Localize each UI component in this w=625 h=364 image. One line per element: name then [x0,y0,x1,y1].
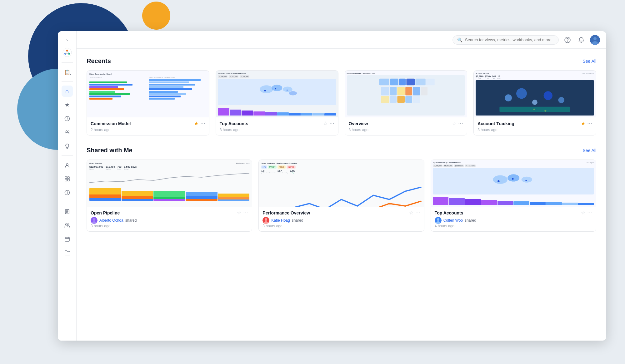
overview-time: 3 hours ago [349,128,463,132]
svg-rect-63 [381,96,389,103]
svg-point-71 [544,91,552,100]
top-accounts-shared-star[interactable]: ☆ [581,210,585,216]
svg-rect-55 [415,79,425,86]
svg-line-24 [67,51,69,54]
perf-overview-shared: Katie Hoag shared [262,217,420,224]
perf-overview-star[interactable]: ☆ [409,210,413,216]
account-tracking-star[interactable]: ★ [581,121,585,126]
svg-point-86 [512,178,513,180]
svg-point-47 [289,91,297,96]
sidebar: › 📋 ▾ ⌂ ★ [58,31,77,341]
user-avatar[interactable] [590,35,600,45]
sidebar-expand-button[interactable]: › [63,36,71,44]
shared-section-header: Shared with Me See All [87,147,596,154]
svg-point-85 [498,180,499,182]
overview-footer: Overview ☆ ⋯ 3 hours ago [345,117,467,135]
sidebar-info-icon[interactable] [62,187,73,198]
top-accounts-recent-star[interactable]: ☆ [323,121,328,126]
top-accounts-shared-thumbnail: Top 20 Accounts by Expected Amount Ella … [431,160,596,207]
svg-point-46 [283,87,292,92]
recents-grid: Sales Commission Model Total Commission [87,70,596,135]
search-input[interactable] [465,37,554,42]
svg-point-19 [63,48,72,57]
bg-circle-orange [142,2,170,30]
sidebar-profile-icon[interactable] [62,160,73,171]
svg-point-37 [67,224,69,225]
search-icon: 🔍 [457,37,462,42]
account-tracking-footer: Account Tracking ★ ⋯ 3 hours ago [474,117,596,135]
top-accounts-shared-shared: Colten Woo shared [435,217,592,224]
account-tracking-title: Account Tracking [478,121,514,126]
commission-more[interactable]: ⋯ [200,121,205,126]
commission-title: Commission Model [91,121,131,126]
perf-overview-time: 3 hours ago [262,224,420,228]
top-accounts-recent-more[interactable]: ⋯ [329,121,334,126]
sidebar-recents-icon[interactable] [62,113,73,124]
alberto-action: shared [125,218,137,223]
help-icon[interactable] [562,35,572,45]
recents-title: Recents [87,57,111,65]
colten-avatar [435,217,442,224]
header: 🔍 [77,31,606,49]
svg-point-28 [68,131,69,132]
perf-overview-card[interactable]: Sales Navigator | Performance Overview 6… [258,160,424,232]
search-bar[interactable]: 🔍 [452,35,559,45]
account-tracking-thumbnail: Account Tracking ∨ All Salespeople $3,27… [474,71,596,117]
svg-point-29 [66,164,68,165]
svg-point-49 [275,88,276,89]
sidebar-ideas-icon[interactable] [62,140,73,152]
perf-overview-more[interactable]: ⋯ [415,210,420,216]
sidebar-folder-icon[interactable] [62,247,73,258]
sidebar-workbook-dropdown[interactable]: 📋 ▾ [62,66,73,78]
svg-point-69 [516,88,527,99]
svg-rect-65 [397,96,405,103]
svg-point-78 [92,221,96,224]
svg-point-68 [505,94,512,101]
perf-overview-footer: Performance Overview ☆ ⋯ [259,207,424,231]
account-tracking-card[interactable]: Account Tracking ∨ All Salespeople $3,27… [473,70,596,135]
notifications-icon[interactable] [576,35,586,45]
top-accounts-shared-card[interactable]: Top 20 Accounts by Expected Amount Ella … [431,160,596,232]
top-accounts-recent-card[interactable]: Top 20 Accounts by Expected Amount $7,28… [216,70,338,135]
commission-time: 2 hours ago [91,128,205,132]
recents-see-all[interactable]: See All [582,59,596,64]
open-pipeline-more[interactable]: ⋯ [243,210,248,216]
open-pipeline-star[interactable]: ☆ [237,210,241,216]
svg-point-45 [272,85,282,91]
perf-overview-title: Performance Overview [262,210,310,215]
top-accounts-shared-title: Top Accounts [435,210,463,215]
recents-section-header: Recents See All [87,57,596,65]
sidebar-team-icon[interactable] [62,220,73,231]
sidebar-grid-icon[interactable] [62,173,73,184]
sidebar-divider-1 [62,62,73,63]
svg-point-44 [260,85,273,93]
overview-star[interactable]: ☆ [452,121,456,126]
sidebar-document-icon[interactable] [62,206,73,217]
svg-point-48 [264,90,266,91]
katie-action: shared [292,218,303,223]
svg-rect-30 [65,177,67,179]
commission-footer: Commission Model ★ ⋯ 2 hours ago [87,117,209,135]
shared-see-all[interactable]: See All [582,148,596,153]
svg-line-23 [65,51,67,54]
overview-thumbnail: Executive Overview - Profitability (v1) [345,71,467,117]
svg-point-50 [287,90,288,91]
app-window: › 📋 ▾ ⌂ ★ [58,31,606,341]
overview-card[interactable]: Executive Overview - Profitability (v1) [345,70,468,135]
svg-rect-32 [65,179,67,181]
account-tracking-more[interactable]: ⋯ [587,121,592,126]
sidebar-home-icon[interactable]: ⌂ [62,86,73,97]
commission-model-card[interactable]: Sales Commission Model Total Commission [87,70,209,135]
commission-star[interactable]: ★ [194,121,198,126]
svg-rect-57 [381,87,389,96]
svg-point-77 [93,218,95,221]
sidebar-favorites-icon[interactable]: ★ [62,99,73,111]
sidebar-users-icon[interactable] [62,127,73,138]
app-logo [62,47,72,57]
open-pipeline-footer: Open Pipeline ☆ ⋯ [87,207,252,231]
overview-more[interactable]: ⋯ [458,121,463,126]
top-accounts-shared-more[interactable]: ⋯ [587,210,592,216]
open-pipeline-card[interactable]: Open Pipeline Ella Rogers's Team $12,907… [87,160,252,232]
svg-rect-33 [68,179,69,181]
sidebar-calendar-icon[interactable] [62,234,73,245]
